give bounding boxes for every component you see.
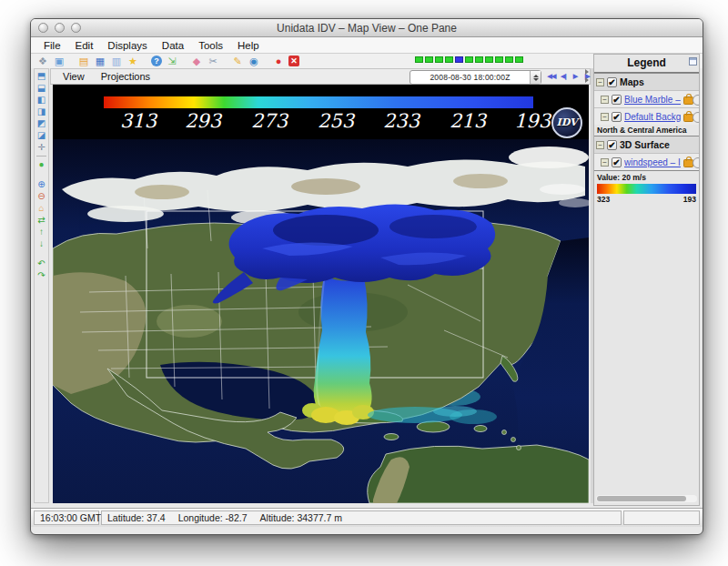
colorbar-tick: 313 xyxy=(106,110,170,132)
collapse-icon[interactable]: − xyxy=(601,158,609,167)
zoom-out-icon[interactable]: ⊖ xyxy=(35,191,47,202)
menu-file[interactable]: File xyxy=(36,40,68,51)
time-step[interactable] xyxy=(465,56,473,63)
help-icon[interactable]: ? xyxy=(151,56,162,66)
menu-tools[interactable]: Tools xyxy=(191,40,230,51)
favorites-icon[interactable]: ★ xyxy=(126,56,139,67)
time-step-strip[interactable] xyxy=(415,56,523,63)
scrollbar-thumb[interactable] xyxy=(597,496,686,501)
auto-rotate-icon[interactable]: ● xyxy=(35,159,47,170)
time-step[interactable] xyxy=(415,56,423,63)
eraser-icon[interactable]: ◆ xyxy=(190,56,203,67)
status-extra-box xyxy=(623,510,700,525)
panel-scroll-arrows[interactable] xyxy=(584,69,590,83)
legend-item-blue-marble[interactable]: − ✔ Blue Marble – S... xyxy=(594,90,699,107)
colorbar-tick: 233 xyxy=(369,110,433,132)
blue-marble-link[interactable]: Blue Marble – S... xyxy=(624,95,681,105)
menu-projections[interactable]: Projections xyxy=(93,71,158,82)
redo-view-icon[interactable]: ↷ xyxy=(35,270,47,281)
windspeed-visibility-checkbox[interactable]: ✔ xyxy=(612,157,622,167)
pan-horizontal-icon[interactable]: ⇄ xyxy=(35,215,47,226)
collapse-icon[interactable]: − xyxy=(601,113,609,121)
stop-icon[interactable]: ✕ xyxy=(288,56,299,66)
sublabel-text: North & Central America xyxy=(597,126,686,135)
menu-edit[interactable]: Edit xyxy=(68,40,101,51)
view-right-cube-icon[interactable]: ◨ xyxy=(35,106,47,117)
altitude-readout: Altitude: 34377.7 m xyxy=(260,512,342,523)
collapse-icon[interactable]: − xyxy=(596,78,604,86)
title-bar[interactable]: Unidata IDV – Map View – One Pane xyxy=(31,19,703,37)
export-icon[interactable]: ⇲ xyxy=(166,56,178,67)
time-stepper[interactable] xyxy=(530,71,541,84)
default-background-visibility-checkbox[interactable]: ✔ xyxy=(612,112,622,122)
maps-visibility-checkbox[interactable]: ✔ xyxy=(607,77,617,87)
legend-item-windspeed[interactable]: − ✔ windspeed – Is.... xyxy=(594,153,699,170)
undo-view-icon[interactable]: ↶ xyxy=(35,258,47,269)
play-button[interactable]: ▶ xyxy=(570,70,581,82)
save-bundle-icon[interactable]: ▦ xyxy=(94,56,106,67)
windspeed-colorbar[interactable] xyxy=(597,184,696,194)
menu-view[interactable]: View xyxy=(55,71,93,82)
cut-icon[interactable]: ✂ xyxy=(207,56,219,67)
surface-visibility-checkbox[interactable]: ✔ xyxy=(607,140,617,150)
view-top-cube-icon[interactable]: ⬒ xyxy=(35,71,47,82)
remove-display-icon[interactable] xyxy=(693,157,699,168)
view-back-cube-icon[interactable]: ◪ xyxy=(35,130,47,141)
time-step[interactable] xyxy=(475,56,483,63)
menu-data[interactable]: Data xyxy=(155,40,191,51)
app-window: Unidata IDV – Map View – One Pane File E… xyxy=(30,18,703,535)
edit-icon[interactable]: ✎ xyxy=(231,56,244,67)
time-step[interactable] xyxy=(445,56,453,63)
legend-title: Legend xyxy=(594,56,699,69)
legend-group-3d-surface[interactable]: − ✔ 3D Surface xyxy=(594,136,699,153)
menu-help[interactable]: Help xyxy=(230,40,267,51)
collapse-icon[interactable]: − xyxy=(596,141,604,149)
legend-group-maps[interactable]: − ✔ Maps xyxy=(594,73,699,90)
remove-display-icon[interactable] xyxy=(693,95,699,106)
view-bottom-cube-icon[interactable]: ⬓ xyxy=(35,83,47,94)
default-background-link[interactable]: Default Backgr.... xyxy=(624,112,681,122)
time-selector[interactable]: 2008-08-30 18:00:00Z xyxy=(410,70,541,85)
remove-display-icon[interactable] xyxy=(693,112,699,123)
time-step[interactable] xyxy=(435,56,443,63)
legend-horizontal-scrollbar[interactable] xyxy=(596,495,697,502)
viewpoint-toolbar: ⬒ ⬓ ◧ ◨ ◩ ◪ ✛ ● ⊕ ⊖ ⌂ ⇄ ↑ ↓ ↶ ↷ xyxy=(34,68,49,503)
map-3d-view[interactable]: 313 293 273 253 233 213 193 IDV xyxy=(53,85,589,503)
colorbar-tick: 213 xyxy=(436,110,500,132)
time-step[interactable] xyxy=(495,56,503,63)
reset-view-home-icon[interactable]: ⌂ xyxy=(35,203,47,214)
value-text: Value: 20 m/s xyxy=(597,173,646,182)
time-step-active[interactable] xyxy=(455,56,463,63)
zoom-in-icon[interactable]: ⊕ xyxy=(35,179,47,190)
go-to-start-button[interactable]: ◀◀ xyxy=(546,70,557,82)
menu-bar: File Edit Displays Data Tools Help xyxy=(31,37,703,54)
menu-displays[interactable]: Displays xyxy=(100,40,154,51)
longitude-readout: Longitude: -82.7 xyxy=(178,512,248,523)
group-label: Maps xyxy=(620,76,644,87)
perspective-view-icon[interactable]: ✛ xyxy=(35,142,47,153)
step-back-button[interactable]: ◀| xyxy=(558,70,569,82)
show-dashboard-icon[interactable]: ❖ xyxy=(36,56,49,67)
new-window-icon[interactable]: ▣ xyxy=(53,56,66,67)
legend-item-default-background[interactable]: − ✔ Default Backgr.... xyxy=(594,107,699,125)
open-bundle-icon[interactable]: ▤ xyxy=(77,56,90,67)
time-step[interactable] xyxy=(505,56,513,63)
collapse-icon[interactable]: − xyxy=(601,96,609,104)
map-view-toolbar: View Projections 2008-08-30 18:00:00Z ◀◀… xyxy=(50,68,591,85)
windspeed-scale: 323 193 xyxy=(594,194,699,204)
copy-icon[interactable]: ▥ xyxy=(110,56,123,67)
time-step[interactable] xyxy=(515,56,523,63)
float-legend-icon[interactable] xyxy=(689,57,697,66)
tilt-down-icon[interactable]: ↓ xyxy=(35,238,47,249)
tilt-up-icon[interactable]: ↑ xyxy=(35,227,47,238)
scale-max: 193 xyxy=(683,195,696,204)
time-step[interactable] xyxy=(485,56,493,63)
globe-icon[interactable]: ◉ xyxy=(248,56,260,67)
windspeed-link[interactable]: windspeed – Is.... xyxy=(624,157,681,167)
record-icon[interactable]: ● xyxy=(272,56,285,67)
view-front-cube-icon[interactable]: ◩ xyxy=(35,118,47,129)
view-left-cube-icon[interactable]: ◧ xyxy=(35,95,47,106)
map-render[interactable] xyxy=(53,139,589,503)
time-step[interactable] xyxy=(425,56,433,63)
blue-marble-visibility-checkbox[interactable]: ✔ xyxy=(612,95,622,105)
